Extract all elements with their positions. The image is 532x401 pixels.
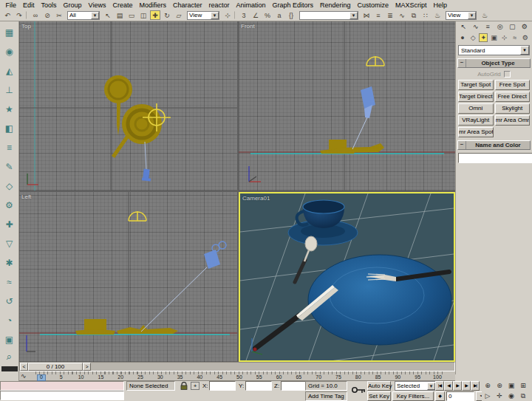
- spinner-snap-icon[interactable]: a: [274, 10, 284, 20]
- mini-curve-editor-icon[interactable]: ∿: [21, 372, 27, 380]
- selection-lock-icon[interactable]: [180, 382, 188, 390]
- menu-item[interactable]: Tools: [38, 1, 60, 9]
- menu-item[interactable]: Rendering: [317, 1, 355, 9]
- free-direct-button[interactable]: Free Direct: [495, 92, 531, 102]
- omni-button[interactable]: Omni: [458, 103, 494, 114]
- name-and-color-rollout-header[interactable]: − Name and Color: [457, 140, 531, 150]
- free-spot-button[interactable]: Free Spot: [495, 80, 531, 90]
- burst-icon[interactable]: ✱: [2, 254, 17, 273]
- viewport-left[interactable]: Left: [19, 192, 237, 362]
- menu-item[interactable]: Help: [430, 1, 451, 9]
- set-key-button[interactable]: Set Key: [367, 391, 391, 401]
- play-button[interactable]: ▶: [453, 381, 462, 391]
- snap-toggle-3d-icon[interactable]: 3: [239, 10, 249, 20]
- maxscript-listener-box[interactable]: [0, 391, 124, 400]
- menu-item[interactable]: Animation: [233, 1, 269, 9]
- cat-geometry-icon[interactable]: ●: [458, 33, 467, 42]
- time-slider-button[interactable]: 0 / 100: [28, 363, 83, 371]
- zoom-extents-all-icon[interactable]: ⊞: [517, 381, 529, 391]
- dropdown-arrow-icon[interactable]: ▼: [211, 12, 219, 19]
- time-slider[interactable]: < 0 / 100 >: [19, 362, 455, 371]
- cat-systems-icon[interactable]: ⚙: [521, 33, 530, 42]
- target-direct-button[interactable]: Target Direct: [458, 92, 494, 102]
- field-of-view-icon[interactable]: ▷: [482, 391, 494, 401]
- cat-cameras-icon[interactable]: ▣: [489, 33, 498, 42]
- absolute-offset-toggle[interactable]: +: [191, 382, 200, 390]
- menu-item[interactable]: Views: [85, 1, 109, 9]
- menu-item[interactable]: Create: [109, 1, 136, 9]
- wave-icon[interactable]: ≈: [2, 273, 17, 292]
- tab-modify-icon[interactable]: ∿: [471, 23, 480, 32]
- vraylight-button[interactable]: VRayLight: [458, 115, 494, 126]
- viewport-camera01[interactable]: Camera01: [239, 192, 455, 362]
- render-setup-icon[interactable]: ♨: [432, 10, 443, 20]
- menu-item[interactable]: Group: [60, 1, 85, 9]
- arc-rotate-icon[interactable]: ◉: [505, 391, 517, 401]
- named-selection-sets-icon[interactable]: {}: [286, 10, 296, 20]
- mr-area-omni-button[interactable]: mr Area Omni: [495, 115, 531, 126]
- pen-tool-icon[interactable]: ✎: [2, 158, 17, 177]
- plus-tool-icon[interactable]: ✚: [2, 216, 17, 235]
- prev-frame-button[interactable]: ◀: [444, 381, 453, 391]
- tab-motion-icon[interactable]: ◎: [495, 23, 505, 32]
- min-max-toggle-icon[interactable]: ⧉: [517, 391, 529, 401]
- menu-item[interactable]: Character: [169, 1, 205, 9]
- next-frame-button[interactable]: ▶: [462, 381, 471, 391]
- menu-item[interactable]: Customize: [354, 1, 392, 9]
- go-to-start-button[interactable]: |◀: [435, 381, 444, 391]
- named-selection-dropdown[interactable]: ▼: [299, 11, 358, 20]
- key-filters-button[interactable]: Key Filters...: [392, 391, 434, 401]
- go-to-end-button[interactable]: ▶|: [471, 381, 480, 391]
- selection-filter-dropdown[interactable]: All ▼: [67, 11, 100, 20]
- menu-item[interactable]: File: [2, 1, 20, 9]
- next-frame-arrow[interactable]: >: [83, 363, 91, 371]
- z-coord-field[interactable]: [281, 381, 307, 391]
- mr-area-spot-button[interactable]: mr Area Spot: [458, 127, 494, 137]
- render-view-dropdown[interactable]: View ▼: [446, 11, 477, 20]
- grid-tool-icon[interactable]: ▣: [2, 331, 17, 350]
- render-shortcut-icon[interactable]: ◭: [2, 62, 17, 81]
- dropdown-arrow-icon[interactable]: ▼: [349, 12, 358, 19]
- angle-snap-icon[interactable]: ∠: [250, 10, 261, 20]
- collapse-icon[interactable]: −: [458, 59, 466, 67]
- autogrid-checkbox[interactable]: [504, 71, 511, 78]
- menu-item[interactable]: Graph Editors: [269, 1, 317, 9]
- object-name-input[interactable]: [458, 153, 532, 163]
- select-and-manipulate-icon[interactable]: ⊹: [222, 10, 233, 20]
- select-and-rotate-icon[interactable]: ↻: [162, 10, 172, 20]
- stack-icon[interactable]: ≡: [2, 139, 17, 158]
- select-and-scale-icon[interactable]: ▱: [174, 10, 184, 20]
- layers-icon[interactable]: ◉: [2, 43, 17, 62]
- bolt-icon[interactable]: ◇: [2, 177, 17, 196]
- menu-item[interactable]: Edit: [20, 1, 38, 9]
- menu-item[interactable]: reactor: [205, 1, 233, 9]
- x-coord-field[interactable]: [209, 381, 236, 391]
- bind-to-spacewarp-icon[interactable]: ✂: [54, 10, 64, 20]
- key-lock-icon[interactable]: [350, 383, 366, 399]
- menu-item[interactable]: MAXScript: [392, 1, 431, 9]
- collapse-icon[interactable]: −: [458, 141, 466, 149]
- viewport-top[interactable]: Top: [19, 21, 237, 191]
- y-coord-field[interactable]: [245, 381, 272, 391]
- object-type-rollout-header[interactable]: − Object Type: [457, 58, 531, 68]
- light-type-dropdown[interactable]: Standard ▼: [458, 45, 530, 55]
- add-time-tag[interactable]: Add Time Tag: [305, 391, 347, 401]
- rotate-tool-icon[interactable]: ↺: [2, 292, 17, 312]
- auto-key-button[interactable]: Auto Key: [367, 381, 391, 391]
- pan-icon[interactable]: ✛: [494, 391, 505, 401]
- redo-icon[interactable]: ↷: [14, 10, 24, 20]
- skylight-button[interactable]: Skylight: [495, 103, 531, 114]
- viewport-front[interactable]: Front: [239, 21, 455, 191]
- dropdown-arrow-icon[interactable]: ▼: [468, 12, 476, 19]
- perp-icon[interactable]: ⊥: [2, 81, 17, 100]
- cat-shapes-icon[interactable]: ◇: [468, 33, 477, 42]
- select-by-name-icon[interactable]: ▤: [115, 10, 125, 20]
- quick-render-icon[interactable]: ♨: [480, 10, 490, 20]
- gear-tool-icon[interactable]: ⚙: [2, 196, 17, 216]
- layer-manager-icon[interactable]: ≣: [385, 10, 395, 20]
- reference-coordinate-dropdown[interactable]: View ▼: [187, 11, 219, 20]
- target-spot-button[interactable]: Target Spot: [458, 80, 494, 90]
- menu-item[interactable]: Modifiers: [136, 1, 170, 9]
- selected-filter-dropdown[interactable]: Selected ▼: [395, 381, 436, 391]
- dropdown-arrow-icon[interactable]: ▼: [427, 383, 435, 390]
